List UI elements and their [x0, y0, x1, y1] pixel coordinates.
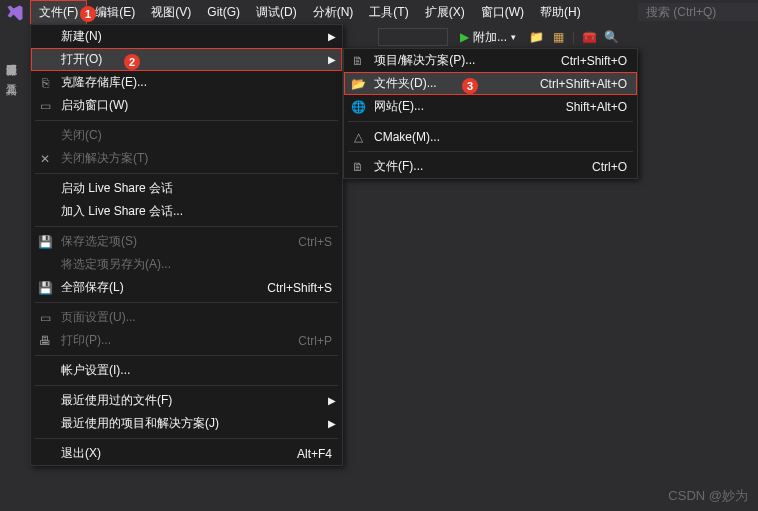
- separator: [348, 121, 633, 122]
- menu-item-label: 打开(O): [61, 51, 332, 68]
- play-icon: ▶: [460, 30, 469, 44]
- file-menu-item-8[interactable]: 启动 Live Share 会话: [31, 177, 342, 200]
- folder-icon: 📂: [350, 76, 366, 92]
- file-menu-item-6: ✕关闭解决方案(T): [31, 147, 342, 170]
- tab-toolbox[interactable]: 工具箱: [4, 70, 19, 82]
- website-icon: 🌐: [350, 99, 366, 115]
- menu-analyze[interactable]: 分析(N): [305, 1, 362, 24]
- page-icon: ▭: [37, 310, 53, 326]
- menu-shortcut: Ctrl+P: [298, 334, 332, 348]
- open-submenu-item-2[interactable]: 🌐网站(E)...Shift+Alt+O: [344, 95, 637, 118]
- separator: [35, 226, 338, 227]
- submenu-arrow-icon: ▶: [328, 418, 336, 429]
- separator: [35, 355, 338, 356]
- menu-shortcut: Ctrl+S: [298, 235, 332, 249]
- menu-shortcut: Ctrl+Shift+O: [561, 54, 627, 68]
- menu-item-label: 项目/解决方案(P)...: [374, 52, 549, 69]
- cmake-icon: △: [350, 129, 366, 145]
- menu-item-label: 帐户设置(I)...: [61, 362, 332, 379]
- menu-item-label: 全部保存(L): [61, 279, 255, 296]
- menu-item-label: 保存选定项(S): [61, 233, 286, 250]
- menu-item-label: 打印(P)...: [61, 332, 286, 349]
- menu-item-label: 启动 Live Share 会话: [61, 180, 332, 197]
- menu-window[interactable]: 窗口(W): [473, 1, 532, 24]
- submenu-arrow-icon: ▶: [328, 54, 336, 65]
- submenu-arrow-icon: ▶: [328, 395, 336, 406]
- watermark: CSDN @妙为: [668, 487, 748, 505]
- menu-extensions[interactable]: 扩展(X): [417, 1, 473, 24]
- file-menu-item-16: 🖶打印(P)...Ctrl+P: [31, 329, 342, 352]
- open-submenu: 🗎项目/解决方案(P)...Ctrl+Shift+O📂文件夹(D)...Ctrl…: [343, 48, 638, 179]
- open-submenu-item-1[interactable]: 📂文件夹(D)...Ctrl+Shift+Alt+O: [344, 72, 637, 95]
- file-icon: 🗎: [350, 159, 366, 175]
- menu-item-label: 克隆存储库(E)...: [61, 74, 332, 91]
- menu-item-label: 最近使用的项目和解决方案(J): [61, 415, 332, 432]
- menu-item-label: 启动窗口(W): [61, 97, 332, 114]
- separator: [35, 120, 338, 121]
- menu-item-label: CMake(M)...: [374, 130, 627, 144]
- close-sln-icon: ✕: [37, 151, 53, 167]
- open-submenu-item-4[interactable]: △CMake(M)...: [344, 125, 637, 148]
- toolbar-tool-icon[interactable]: 🧰: [581, 29, 597, 45]
- menubar: 文件(F) 编辑(E) 视图(V) Git(G) 调试(D) 分析(N) 工具(…: [0, 0, 758, 24]
- annotation-badge-3: 3: [462, 78, 478, 94]
- menu-item-label: 最近使用过的文件(F): [61, 392, 332, 409]
- file-menu-item-3[interactable]: ▭启动窗口(W): [31, 94, 342, 117]
- menu-item-label: 将选定项另存为(A)...: [61, 256, 332, 273]
- vs-logo-icon: [6, 4, 24, 22]
- start-icon: ▭: [37, 98, 53, 114]
- search-input[interactable]: [638, 3, 758, 21]
- menu-shortcut: Shift+Alt+O: [566, 100, 627, 114]
- file-menu-item-1[interactable]: 打开(O)▶: [31, 48, 342, 71]
- file-menu-item-2[interactable]: ⎘克隆存储库(E)...: [31, 71, 342, 94]
- file-menu-item-21[interactable]: 最近使用的项目和解决方案(J)▶: [31, 412, 342, 435]
- file-menu-item-20[interactable]: 最近使用过的文件(F)▶: [31, 389, 342, 412]
- separator: [35, 302, 338, 303]
- separator: [35, 438, 338, 439]
- run-label: 附加...: [473, 29, 507, 46]
- toolbar-browser-icon[interactable]: ▦: [550, 29, 566, 45]
- menu-item-label: 新建(N): [61, 28, 332, 45]
- separator: [35, 173, 338, 174]
- separator: [348, 151, 633, 152]
- menu-shortcut: Ctrl+Shift+S: [267, 281, 332, 295]
- menu-item-label: 网站(E)...: [374, 98, 554, 115]
- file-menu-item-0[interactable]: 新建(N)▶: [31, 25, 342, 48]
- menu-view[interactable]: 视图(V): [143, 1, 199, 24]
- menu-item-label: 加入 Live Share 会话...: [61, 203, 332, 220]
- file-menu: 新建(N)▶打开(O)▶⎘克隆存储库(E)...▭启动窗口(W)关闭(C)✕关闭…: [30, 24, 343, 466]
- print-icon: 🖶: [37, 333, 53, 349]
- file-menu-item-15: ▭页面设置(U)...: [31, 306, 342, 329]
- menu-item-label: 文件(F)...: [374, 158, 580, 175]
- file-menu-item-23[interactable]: 退出(X)Alt+F4: [31, 442, 342, 465]
- menu-debug[interactable]: 调试(D): [248, 1, 305, 24]
- annotation-badge-2: 2: [124, 54, 140, 70]
- file-menu-item-18[interactable]: 帐户设置(I)...: [31, 359, 342, 382]
- toolbar-find-icon[interactable]: 🔍: [603, 29, 619, 45]
- menu-tools[interactable]: 工具(T): [361, 1, 416, 24]
- annotation-badge-1: 1: [80, 6, 96, 22]
- menu-shortcut: Ctrl+Shift+Alt+O: [540, 77, 627, 91]
- file-menu-item-13[interactable]: 💾全部保存(L)Ctrl+Shift+S: [31, 276, 342, 299]
- file-menu-item-12: 将选定项另存为(A)...: [31, 253, 342, 276]
- menu-help[interactable]: 帮助(H): [532, 1, 589, 24]
- menu-shortcut: Ctrl+O: [592, 160, 627, 174]
- menu-git[interactable]: Git(G): [199, 2, 248, 22]
- file-menu-item-9[interactable]: 加入 Live Share 会话...: [31, 200, 342, 223]
- menu-item-label: 退出(X): [61, 445, 285, 462]
- toolbar-folder-icon[interactable]: 📁: [528, 29, 544, 45]
- toolbar: ▶附加...▾ 📁 ▦ | 🧰 🔍: [370, 24, 758, 50]
- toolbar-combo[interactable]: [378, 28, 448, 46]
- open-submenu-item-0[interactable]: 🗎项目/解决方案(P)...Ctrl+Shift+O: [344, 49, 637, 72]
- tab-server-explorer[interactable]: 服务器资源管理器: [4, 50, 19, 62]
- run-attach-button[interactable]: ▶附加...▾: [454, 27, 522, 48]
- open-submenu-item-6[interactable]: 🗎文件(F)...Ctrl+O: [344, 155, 637, 178]
- menu-item-label: 页面设置(U)...: [61, 309, 332, 326]
- file-menu-item-11: 💾保存选定项(S)Ctrl+S: [31, 230, 342, 253]
- save-all-icon: 💾: [37, 280, 53, 296]
- menu-file[interactable]: 文件(F): [30, 0, 87, 25]
- clone-icon: ⎘: [37, 75, 53, 91]
- save-icon: 💾: [37, 234, 53, 250]
- menu-shortcut: Alt+F4: [297, 447, 332, 461]
- separator: [35, 385, 338, 386]
